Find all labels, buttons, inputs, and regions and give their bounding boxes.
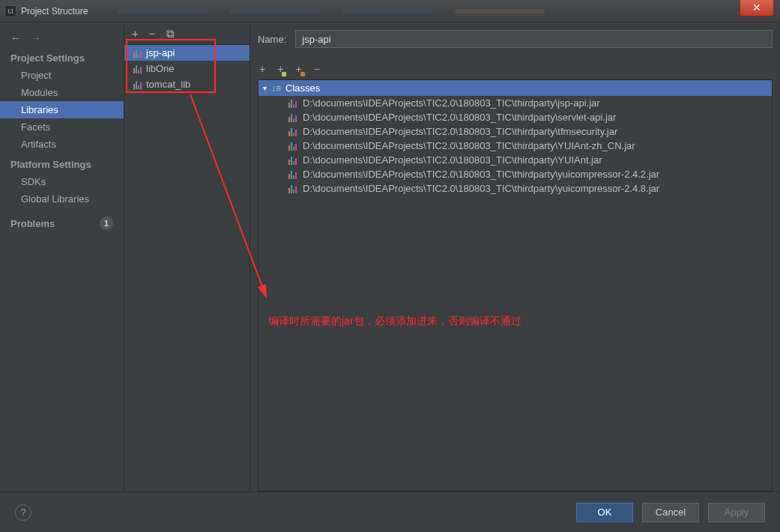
jar-icon — [288, 156, 297, 165]
help-button[interactable]: ? — [15, 504, 31, 521]
titlebar: IJ Project Structure ✕ — [0, 0, 780, 22]
sidebar-item-libraries[interactable]: Libraries — [0, 101, 124, 118]
detail-panel: Name: + + + − ▾ ↓≡ Classes D:\documents\… — [250, 22, 780, 492]
sidebar-item-artifacts[interactable]: Artifacts — [0, 136, 124, 153]
jar-path: D:\documents\IDEAProjects\TIC2.0\180803_… — [303, 169, 659, 180]
add-folder-icon[interactable]: + — [277, 63, 283, 75]
library-label: jsp-api — [146, 47, 175, 58]
classes-tree[interactable]: ▾ ↓≡ Classes D:\documents\IDEAProjects\T… — [258, 79, 773, 492]
jar-icon — [288, 127, 297, 136]
jar-path: D:\documents\IDEAProjects\TIC2.0\180803_… — [303, 112, 616, 123]
library-toolbar: + − ⧉ — [124, 22, 250, 45]
cancel-button[interactable]: Cancel — [642, 503, 699, 522]
jar-path: D:\documents\IDEAProjects\TIC2.0\180803_… — [303, 140, 635, 151]
jar-icon — [288, 99, 297, 108]
remove-jar-icon[interactable]: − — [314, 63, 320, 75]
library-icon — [133, 64, 142, 73]
background-tabs — [118, 9, 545, 13]
chevron-down-icon: ▾ — [263, 84, 267, 92]
sidebar-item-modules[interactable]: Modules — [0, 84, 124, 101]
library-icon — [133, 80, 142, 89]
jar-icon — [288, 113, 297, 122]
sidebar-item-facets[interactable]: Facets — [0, 118, 124, 136]
sort-icon: ↓≡ — [271, 83, 281, 94]
section-platform-settings: Platform Settings — [0, 153, 124, 173]
sidebar-item-global-libraries[interactable]: Global Libraries — [0, 190, 124, 208]
library-list: jsp-api libOne tomcat_lib — [124, 45, 250, 92]
problems-label: Problems — [10, 218, 55, 229]
jar-row[interactable]: D:\documents\IDEAProjects\TIC2.0\180803_… — [259, 167, 772, 181]
problems-badge: 1 — [100, 217, 113, 230]
jar-row[interactable]: D:\documents\IDEAProjects\TIC2.0\180803_… — [259, 110, 772, 124]
ok-button[interactable]: OK — [576, 503, 633, 522]
nav-back-icon[interactable]: ← — [10, 32, 20, 43]
library-icon — [133, 49, 142, 58]
library-item-libone[interactable]: libOne — [124, 61, 250, 76]
sidebar-item-sdks[interactable]: SDKs — [0, 173, 124, 190]
add-icon[interactable]: + — [132, 27, 139, 40]
jar-path: D:\documents\IDEAProjects\TIC2.0\180803_… — [303, 126, 617, 137]
nav-forward-icon: → — [31, 32, 40, 43]
library-item-jsp-api[interactable]: jsp-api — [124, 45, 250, 61]
library-list-panel: + − ⧉ jsp-api libOne tomcat_lib — [124, 22, 250, 492]
add-url-icon[interactable]: + — [295, 63, 301, 75]
jar-path: D:\documents\IDEAProjects\TIC2.0\180803_… — [303, 97, 600, 109]
library-label: tomcat_lib — [146, 79, 190, 90]
footer: ? OK Cancel Apply — [0, 492, 780, 532]
name-label: Name: — [258, 34, 286, 45]
jar-icon — [288, 142, 297, 151]
jar-icon — [288, 170, 297, 179]
jar-row[interactable]: D:\documents\IDEAProjects\TIC2.0\180803_… — [259, 139, 772, 153]
jar-path: D:\documents\IDEAProjects\TIC2.0\180803_… — [303, 154, 602, 166]
detail-toolbar: + + + − — [258, 58, 773, 79]
close-button[interactable]: ✕ — [740, 0, 774, 16]
sidebar: ← → Project Settings Project Modules Lib… — [0, 22, 124, 492]
copy-icon[interactable]: ⧉ — [166, 27, 175, 40]
section-project-settings: Project Settings — [0, 46, 124, 67]
jar-row[interactable]: D:\documents\IDEAProjects\TIC2.0\180803_… — [259, 96, 772, 110]
jar-row[interactable]: D:\documents\IDEAProjects\TIC2.0\180803_… — [259, 153, 772, 167]
jar-row[interactable]: D:\documents\IDEAProjects\TIC2.0\180803_… — [259, 181, 772, 196]
tree-header-classes[interactable]: ▾ ↓≡ Classes — [259, 80, 772, 96]
library-name-input[interactable] — [295, 30, 773, 48]
sidebar-item-project[interactable]: Project — [0, 67, 124, 84]
window-title: Project Structure — [21, 6, 88, 16]
sidebar-item-problems[interactable]: Problems 1 — [0, 208, 124, 233]
tree-header-label: Classes — [285, 82, 320, 94]
remove-icon[interactable]: − — [149, 27, 156, 40]
library-item-tomcat-lib[interactable]: tomcat_lib — [124, 76, 250, 92]
apply-button[interactable]: Apply — [708, 503, 765, 522]
add-jar-icon[interactable]: + — [259, 63, 265, 75]
app-icon: IJ — [4, 5, 16, 17]
library-label: libOne — [146, 63, 175, 74]
jar-icon — [288, 184, 297, 193]
jar-path: D:\documents\IDEAProjects\TIC2.0\180803_… — [303, 183, 659, 194]
jar-row[interactable]: D:\documents\IDEAProjects\TIC2.0\180803_… — [259, 124, 772, 139]
